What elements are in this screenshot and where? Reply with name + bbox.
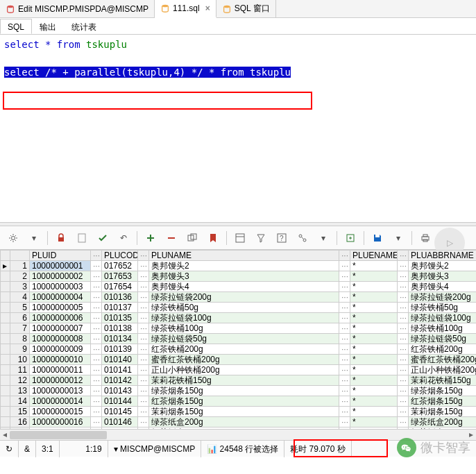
cell-menu-icon[interactable]: ··· [398, 386, 409, 396]
col-header-plucode[interactable]: PLUCODE [102, 251, 138, 261]
linked-query-icon[interactable] [295, 230, 310, 246]
cell-menu-icon[interactable]: ··· [91, 271, 102, 282]
cell-pluabbr[interactable]: 绿茶铁桶50g [409, 303, 477, 313]
cell-plucode[interactable]: 010139 [102, 344, 138, 355]
menu-icon[interactable]: ··· [339, 251, 350, 261]
cell-pluname[interactable]: 正山小种铁桶200g [149, 365, 339, 375]
cell-pluname[interactable]: 绿茶拉链袋50g [149, 334, 339, 344]
chevron-down-icon[interactable]: ▾ [26, 230, 42, 246]
cell-pluname[interactable]: 绿茶拉链袋200g [149, 292, 339, 303]
cell-pluabbr[interactable]: 正山小种铁桶200g [409, 365, 477, 375]
lock-icon[interactable] [53, 230, 69, 246]
cell-pluid[interactable]: 10000000005 [30, 303, 91, 313]
cell-menu-icon[interactable]: ··· [138, 407, 149, 417]
cell-plucode[interactable]: 017652 [102, 261, 138, 271]
chevron-down-icon[interactable]: ▾ [391, 230, 406, 246]
sql-editor[interactable]: select * from tskuplu select /* + parall… [0, 35, 476, 222]
cell-menu-icon[interactable]: ··· [138, 313, 149, 323]
tab-sql-file[interactable]: 111.sql × [155, 0, 216, 18]
table-row[interactable]: 310000000003···017654···奥邦馒头4···*···奥邦馒头… [1, 282, 477, 292]
export-icon[interactable] [343, 230, 358, 246]
cell-menu-icon[interactable]: ··· [138, 323, 149, 334]
cell-menu-icon[interactable]: ··· [138, 334, 149, 344]
menu-icon[interactable]: ··· [138, 251, 149, 261]
cell-pluname[interactable]: 奥邦馒头3 [149, 271, 339, 282]
cell-pluname[interactable]: 绿茶铁桶50g [149, 303, 339, 313]
cell-pluid[interactable]: 10000000006 [30, 313, 91, 323]
cell-pluename[interactable]: * [350, 386, 398, 396]
check-icon[interactable] [95, 230, 110, 246]
add-row-icon[interactable] [143, 230, 158, 246]
cell-menu-icon[interactable]: ··· [339, 396, 350, 407]
close-tab-icon[interactable]: × [205, 3, 210, 13]
cell-pluid[interactable]: 10000000008 [30, 334, 91, 344]
cell-menu-icon[interactable]: ··· [138, 355, 149, 365]
cell-pluename[interactable]: * [350, 323, 398, 334]
cell-pluabbr[interactable]: 红茶烟条150g [409, 396, 477, 407]
cell-pluabbr[interactable]: 茉莉烟条150g [409, 407, 477, 417]
cell-pluname[interactable]: 蜜香红茶铁桶200g [149, 355, 339, 365]
settings-icon[interactable] [6, 230, 21, 246]
table-row[interactable]: 1210000000012···010142···茉莉花铁桶150g···*··… [1, 375, 477, 386]
cell-pluabbr[interactable]: 绿茶拉链袋200g [409, 292, 477, 303]
chevron-down-icon[interactable]: ▾ [316, 230, 331, 246]
table-row[interactable]: 1410000000014···010144···红茶烟条150g···*···… [1, 396, 477, 407]
cell-menu-icon[interactable]: ··· [398, 365, 409, 375]
cell-menu-icon[interactable]: ··· [91, 417, 102, 428]
table-row[interactable]: 810000000008···010134···绿茶拉链袋50g···*···绿… [1, 334, 477, 344]
cell-plucode[interactable]: 010140 [102, 355, 138, 365]
cell-pluabbr[interactable]: 绿茶拉链袋50g [409, 334, 477, 344]
scroll-left-icon[interactable]: ◂ [0, 430, 10, 441]
cell-menu-icon[interactable]: ··· [339, 365, 350, 375]
cell-menu-icon[interactable]: ··· [339, 261, 350, 271]
data-grid[interactable]: PLUID ··· PLUCODE ··· PLUNAME ··· PLUENA… [0, 250, 476, 429]
cell-menu-icon[interactable]: ··· [398, 344, 409, 355]
cell-pluename[interactable]: * [350, 303, 398, 313]
cell-menu-icon[interactable]: ··· [138, 344, 149, 355]
cell-pluename[interactable]: * [350, 375, 398, 386]
refresh-icon[interactable]: ↻ [0, 441, 19, 457]
cell-pluname[interactable]: 奥邦馒头4 [149, 282, 339, 292]
cell-menu-icon[interactable]: ··· [91, 261, 102, 271]
cell-menu-icon[interactable]: ··· [398, 261, 409, 271]
cell-pluname[interactable]: 绿茶拉链袋100g [149, 313, 339, 323]
cell-menu-icon[interactable]: ··· [138, 375, 149, 386]
subtab-output[interactable]: 输出 [32, 19, 64, 34]
cell-menu-icon[interactable]: ··· [91, 334, 102, 344]
cell-menu-icon[interactable]: ··· [339, 323, 350, 334]
cell-menu-icon[interactable]: ··· [339, 407, 350, 417]
col-header-pluid[interactable]: PLUID [30, 251, 91, 261]
cell-menu-icon[interactable]: ··· [339, 313, 350, 323]
cell-pluid[interactable]: 10000000001 [30, 261, 91, 271]
cell-pluid[interactable]: 10000000011 [30, 365, 91, 375]
cell-pluname[interactable]: 绿茶铁桶100g [149, 323, 339, 334]
cell-menu-icon[interactable]: ··· [138, 396, 149, 407]
tab-edit[interactable]: Edit MISCMP.PMISPDA@MISCMP [0, 0, 155, 18]
cell-pluabbr[interactable]: 奥邦馒头2 [409, 261, 477, 271]
cell-plucode[interactable]: 010142 [102, 375, 138, 386]
cell-pluname[interactable]: 茉莉花铁桶150g [149, 375, 339, 386]
cell-menu-icon[interactable]: ··· [339, 292, 350, 303]
cell-pluid[interactable]: 10000000009 [30, 344, 91, 355]
cell-pluname[interactable]: 红茶烟条150g [149, 396, 339, 407]
cell-plucode[interactable]: 010145 [102, 407, 138, 417]
cell-plucode[interactable]: 010136 [102, 292, 138, 303]
cell-menu-icon[interactable]: ··· [398, 396, 409, 407]
single-record-icon[interactable] [232, 230, 248, 246]
cell-pluabbr[interactable]: 红茶铁桶200g [409, 344, 477, 355]
cell-pluename[interactable]: * [350, 355, 398, 365]
col-header-pluabbr[interactable]: PLUABBRNAME [409, 251, 477, 261]
cell-menu-icon[interactable]: ··· [138, 386, 149, 396]
cell-pluabbr[interactable]: 奥邦馒头4 [409, 282, 477, 292]
cell-pluname[interactable]: 奥邦馒头2 [149, 261, 339, 271]
cell-pluid[interactable]: 10000000014 [30, 396, 91, 407]
cell-pluid[interactable]: 10000000015 [30, 407, 91, 417]
cell-menu-icon[interactable]: ··· [91, 396, 102, 407]
cell-menu-icon[interactable]: ··· [339, 303, 350, 313]
cell-menu-icon[interactable]: ··· [91, 303, 102, 313]
cell-menu-icon[interactable]: ··· [138, 292, 149, 303]
cell-plucode[interactable]: 017654 [102, 282, 138, 292]
cell-pluename[interactable]: * [350, 334, 398, 344]
cell-menu-icon[interactable]: ··· [398, 334, 409, 344]
table-row[interactable]: 610000000006···010135···绿茶拉链袋100g···*···… [1, 313, 477, 323]
